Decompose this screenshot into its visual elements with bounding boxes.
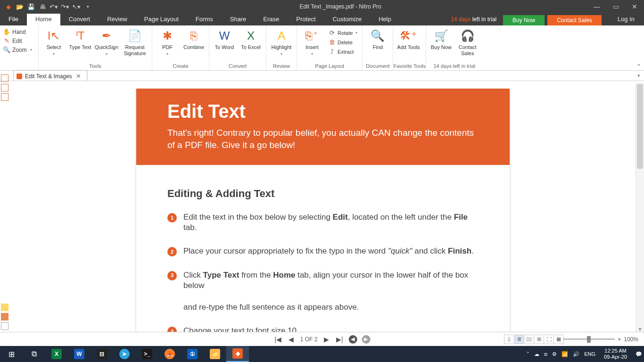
print-icon[interactable]: 🖶 — [37, 1, 48, 12]
rotate-button[interactable]: ⟳Rotate▾ — [327, 28, 358, 37]
undo-icon[interactable]: ↶▾ — [48, 1, 59, 12]
document-viewport[interactable]: Edit Text That's right! Contrary to popu… — [10, 83, 636, 332]
delete-button[interactable]: 🗑Delete — [327, 38, 358, 47]
side-panel-icons-top — [1, 74, 10, 101]
zoom-in-button[interactable]: + — [618, 336, 621, 343]
comments-panel-icon[interactable] — [1, 304, 8, 311]
start-button[interactable]: ⊞ — [0, 346, 23, 362]
request-signature-button[interactable]: 📄Request Signature — [120, 27, 150, 56]
pages-panel-icon[interactable] — [1, 74, 8, 82]
login-button[interactable]: Log In — [608, 14, 644, 25]
action-center-icon[interactable]: 💬 — [636, 351, 642, 357]
tray-overflow-icon[interactable]: ˄ — [527, 351, 529, 357]
view-facing-button[interactable]: ▯▯ — [524, 335, 534, 344]
hand-tool[interactable]: ✋Hand — [3, 27, 35, 36]
edit-tool[interactable]: ✎Edit — [3, 36, 35, 45]
tab-protect[interactable]: Protect — [288, 14, 324, 25]
redo-icon[interactable]: ↷▾ — [59, 1, 71, 12]
bookmarks-panel-icon[interactable] — [1, 84, 8, 91]
buy-now-button[interactable]: Buy Now — [503, 15, 545, 25]
select-button[interactable]: I↖Select▾ — [41, 27, 67, 56]
minimize-button[interactable]: — — [587, 3, 606, 10]
excel-app[interactable]: X — [45, 346, 68, 362]
cursor-icon[interactable]: ↖▾ — [71, 1, 82, 12]
type-text-button[interactable]: ᴵTType Text — [67, 27, 93, 50]
tab-forms[interactable]: Forms — [187, 14, 222, 25]
onedrive-icon[interactable]: ☁ — [534, 351, 539, 357]
maximize-button[interactable]: ▭ — [606, 3, 625, 10]
tab-file[interactable]: File — [0, 14, 27, 25]
doc-tab-menu[interactable]: ▾ — [637, 73, 640, 79]
next-page-button[interactable]: ▶ — [322, 336, 330, 343]
scroll-down-arrow[interactable]: ▼ — [636, 327, 644, 332]
vertical-scrollbar[interactable]: ▲ ▼ — [636, 83, 644, 332]
pdf-button[interactable]: ✱PDF▾ — [154, 27, 181, 56]
view-facing-cont-button[interactable]: ⊞ — [534, 335, 544, 344]
telegram-app[interactable]: ➤ — [113, 346, 136, 362]
tab-convert[interactable]: Convert — [60, 14, 99, 25]
group-create: ✱PDF▾ ⎘Combine Create — [152, 25, 209, 70]
tab-review[interactable]: Review — [99, 14, 136, 25]
first-page-button[interactable]: |◀ — [274, 336, 282, 343]
extract-button[interactable]: ⤴Extract — [327, 47, 358, 56]
find-button[interactable]: 🔍Find — [364, 27, 391, 50]
to-word-button[interactable]: WTo Word — [211, 27, 238, 50]
combine-icon: ⎘ — [190, 28, 197, 43]
prev-page-button[interactable]: ◀ — [287, 336, 296, 343]
zoom-out-button[interactable]: − — [557, 336, 560, 343]
tab-help[interactable]: Help — [370, 14, 400, 25]
step-3-cont: and re-type the full sentence as it appe… — [167, 302, 479, 313]
calculator-app[interactable]: ⊟ — [91, 346, 113, 362]
doc-tab-icon — [17, 74, 22, 79]
onepassword-app[interactable]: ① — [181, 346, 204, 362]
close-button[interactable]: ✕ — [625, 3, 644, 10]
open-icon[interactable]: 📂 — [14, 1, 25, 12]
nav-back-button[interactable]: ◀ — [348, 335, 357, 344]
zoom-tool[interactable]: 🔍Zoom▾ — [3, 45, 35, 54]
document-tab[interactable]: Edit Text & Images ✕ — [13, 70, 87, 81]
word-app[interactable]: W — [68, 346, 91, 362]
zoom-slider[interactable] — [563, 338, 615, 340]
hand-icon: ✋ — [3, 28, 10, 35]
scroll-thumb[interactable] — [637, 84, 643, 169]
explorer-app[interactable]: 📁 — [204, 346, 226, 362]
quicksign-button[interactable]: ✒QuickSign▾ — [93, 27, 120, 56]
tab-page-layout[interactable]: Page Layout — [136, 14, 187, 25]
language-indicator[interactable]: ENG — [584, 351, 595, 357]
last-page-button[interactable]: ▶| — [335, 336, 344, 343]
signatures-panel-icon[interactable] — [1, 313, 8, 321]
view-continuous-button[interactable]: ≣ — [514, 335, 524, 344]
attachments-panel-icon[interactable] — [1, 93, 8, 101]
insert-button[interactable]: ⎘⁺Insert▾ — [299, 27, 325, 56]
firefox-app[interactable]: 🦊 — [158, 346, 181, 362]
highlight-button[interactable]: AHighlight▾ — [268, 27, 295, 56]
clock[interactable]: 12:25 AM09-Apr-20 — [600, 348, 631, 360]
tab-home[interactable]: Home — [27, 14, 60, 25]
add-tools-button[interactable]: 🛠⁺Add Tools — [395, 27, 421, 50]
collapse-ribbon-button[interactable]: ⌃ — [636, 63, 641, 70]
dropbox-icon[interactable]: ⧈ — [544, 351, 547, 357]
buy-now-ribbon-button[interactable]: 🛒Buy Now — [428, 27, 454, 50]
doc-tab-close[interactable]: ✕ — [75, 73, 82, 80]
terminal-app[interactable]: >_ — [136, 346, 158, 362]
combine-button[interactable]: ⎘Combine — [181, 27, 207, 50]
tab-share[interactable]: Share — [222, 14, 255, 25]
contact-sales-ribbon-button[interactable]: 🎧Contact Sales — [454, 27, 481, 56]
task-view-button[interactable]: ⧉ — [23, 346, 45, 362]
save-icon[interactable]: 💾 — [25, 1, 37, 12]
nav-forward-button[interactable]: ▶ — [362, 335, 370, 344]
edit-icon: ✎ — [3, 37, 10, 44]
wifi-icon[interactable]: ⚙ — [552, 351, 557, 357]
volume-icon[interactable]: 🔊 — [573, 351, 579, 357]
contact-sales-button[interactable]: Contact Sales — [547, 15, 602, 25]
network-icon[interactable]: 📶 — [561, 351, 568, 357]
tab-customize[interactable]: Customize — [324, 14, 370, 25]
view-fullscreen-button[interactable]: ⛶ — [544, 335, 554, 344]
view-single-button[interactable]: ▯ — [504, 335, 514, 344]
nitro-app[interactable]: ◆ — [226, 346, 249, 362]
zoom-handle[interactable] — [587, 336, 591, 343]
layers-panel-icon[interactable] — [1, 322, 8, 330]
qat-more-icon[interactable]: ▾ — [82, 1, 93, 12]
tab-erase[interactable]: Erase — [255, 14, 288, 25]
to-excel-button[interactable]: XTo Excel — [238, 27, 264, 50]
